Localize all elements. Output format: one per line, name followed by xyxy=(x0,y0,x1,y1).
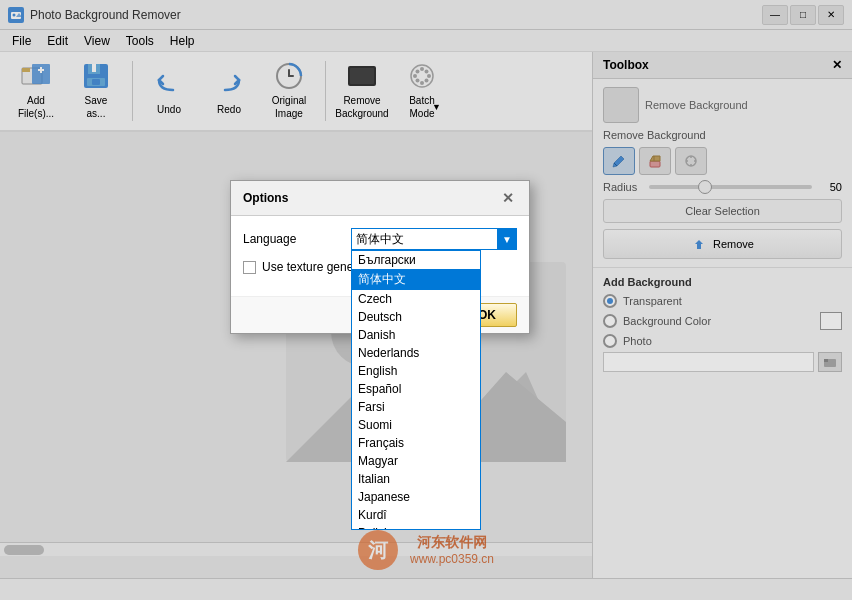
lang-en[interactable]: English xyxy=(352,362,480,380)
language-dropdown[interactable]: Български 简体中文 Czech Deutsch Danish Nede… xyxy=(351,250,481,530)
lang-bg[interactable]: Български xyxy=(352,251,480,269)
dialog-title-text: Options xyxy=(243,191,288,205)
options-dialog: Options ✕ Language Български简体中文CzechDeu… xyxy=(230,180,530,334)
lang-nl[interactable]: Nederlands xyxy=(352,344,480,362)
lang-fr[interactable]: Français xyxy=(352,434,480,452)
lang-cs[interactable]: Czech xyxy=(352,290,480,308)
dialog-title-bar: Options ✕ xyxy=(231,181,529,216)
lang-it[interactable]: Italian xyxy=(352,470,480,488)
dialog-body: Language Български简体中文CzechDeutschDanish… xyxy=(231,216,529,296)
lang-es[interactable]: Español xyxy=(352,380,480,398)
language-label: Language xyxy=(243,232,343,246)
lang-fa[interactable]: Farsi xyxy=(352,398,480,416)
lang-ku[interactable]: Kurdî xyxy=(352,506,480,524)
language-select[interactable]: Български简体中文CzechDeutschDanishNederland… xyxy=(351,228,517,250)
texture-checkbox[interactable] xyxy=(243,261,256,274)
dialog-close-btn[interactable]: ✕ xyxy=(499,189,517,207)
lang-pl[interactable]: Polish xyxy=(352,524,480,530)
lang-hu[interactable]: Magyar xyxy=(352,452,480,470)
dialog-overlay: Options ✕ Language Български简体中文CzechDeu… xyxy=(0,0,852,600)
language-select-container: Български简体中文CzechDeutschDanishNederland… xyxy=(351,228,517,250)
language-row: Language Български简体中文CzechDeutschDanish… xyxy=(243,228,517,250)
lang-de[interactable]: Deutsch xyxy=(352,308,480,326)
lang-da[interactable]: Danish xyxy=(352,326,480,344)
lang-fi[interactable]: Suomi xyxy=(352,416,480,434)
lang-zh[interactable]: 简体中文 xyxy=(352,269,480,290)
lang-ja[interactable]: Japanese xyxy=(352,488,480,506)
